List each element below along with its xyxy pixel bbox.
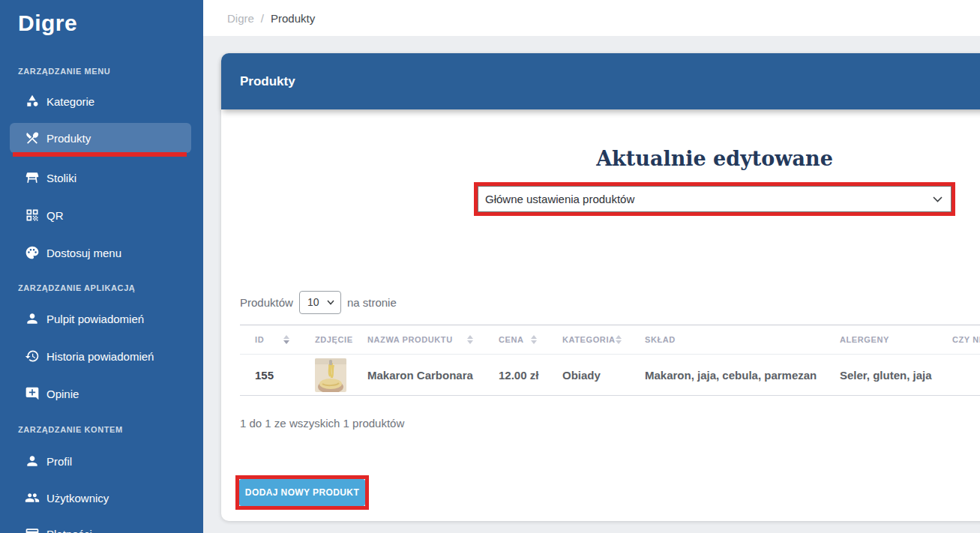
breadcrumb-root[interactable]: Digre (227, 12, 254, 25)
sidebar-item-qr[interactable]: QR (10, 200, 191, 230)
breadcrumb: Digre / Produkty (203, 0, 980, 36)
sidebar-item-label: Kategorie (46, 95, 94, 108)
sidebar-item-label: Użytkownicy (46, 492, 109, 505)
column-label: CZY NIE (952, 335, 980, 344)
sidebar-item-uzytkownicy[interactable]: Użytkownicy (10, 483, 191, 513)
column-label: ID (255, 335, 264, 344)
sort-arrows-icon[interactable] (616, 335, 622, 344)
product-photo (315, 358, 346, 392)
column-label: ZDJĘCIE (315, 335, 353, 344)
sidebar: Digre ZARZĄDZANIE MENU Kategorie Produkt… (0, 0, 203, 533)
cell-allergens: Seler, gluten, jaja (825, 369, 937, 382)
products-table: ID ZDJĘCIE NAZWA PRODUKTU CENA KATEGORIA (240, 325, 980, 396)
sidebar-item-label: QR (46, 209, 64, 222)
chevron-down-icon (933, 196, 943, 202)
per-page-select[interactable]: 10 (299, 291, 341, 314)
add-product-button[interactable]: DODAJ NOWY PRODUKT (239, 479, 365, 506)
column-header-nazwa[interactable]: NAZWA PRODUKTU (352, 335, 484, 344)
card-body: Aktualnie edytowane Główne ustawienia pr… (221, 109, 980, 521)
table-header-row: ID ZDJĘCIE NAZWA PRODUKTU CENA KATEGORIA (240, 325, 980, 355)
section-label-aplikacja: ZARZĄDZANIE APLIKACJĄ (18, 283, 135, 292)
breadcrumb-separator: / (261, 12, 264, 25)
sidebar-item-label: Pulpit powiadomień (46, 313, 144, 325)
column-label: NAZWA PRODUKTU (367, 335, 453, 344)
people-icon (25, 490, 40, 505)
column-header-zdjecie: ZDJĘCIE (300, 335, 352, 344)
column-label: ALERGENY (840, 335, 889, 344)
cell-price: 12.00 zł (484, 369, 547, 382)
column-header-sklad: SKŁAD (630, 335, 825, 344)
column-label: SKŁAD (645, 335, 676, 344)
sidebar-item-opinie[interactable]: Opinie (10, 379, 191, 409)
per-page-control: Produktów 10 na stronie (240, 291, 397, 313)
cell-ingredients: Makaron, jaja, cebula, parmezan (630, 369, 825, 382)
restaurant-icon (25, 130, 40, 145)
category-icon (25, 94, 40, 109)
annotation-highlight-button: DODAJ NOWY PRODUKT (235, 475, 369, 510)
edited-settings-select[interactable]: Główne ustawienia produktów (478, 186, 952, 212)
per-page-value: 10 (307, 296, 319, 308)
sidebar-item-platnosci[interactable]: Płatności (10, 519, 191, 533)
breadcrumb-current: Produkty (271, 12, 315, 25)
currently-edited-heading: Aktualnie edytowane (474, 147, 955, 170)
sidebar-item-label: Opinie (46, 388, 79, 400)
sidebar-item-produkty[interactable]: Produkty (10, 123, 191, 153)
cell-category: Obiady (547, 369, 630, 382)
sidebar-item-label: Dostosuj menu (46, 247, 121, 259)
column-label: KATEGORIA (562, 335, 616, 344)
sidebar-item-historia-powiadomien[interactable]: Historia powiadomień (10, 341, 191, 371)
annotation-highlight-select: Główne ustawienia produktów (474, 182, 955, 216)
section-label-menu: ZARZĄDZANIE MENU (18, 67, 110, 76)
edited-settings-select-value: Główne ustawienia produktów (485, 193, 634, 205)
qr-code-icon (25, 208, 40, 223)
sidebar-item-profil[interactable]: Profil (10, 446, 191, 476)
sidebar-item-label: Produkty (46, 132, 91, 145)
table-row[interactable]: 155 Makaron Carbonara 12.00 zł Obiady (240, 355, 980, 396)
column-header-cena[interactable]: CENA (484, 335, 547, 344)
chevron-down-icon (327, 300, 334, 305)
column-label: CENA (499, 335, 524, 344)
cell-photo (300, 358, 352, 392)
sidebar-item-label: Stoliki (46, 172, 76, 184)
credit-card-icon (25, 526, 40, 533)
sidebar-item-stoliki[interactable]: Stoliki (10, 163, 191, 193)
section-label-konto: ZARZĄDZANIE KONTEM (18, 425, 123, 434)
feedback-icon (25, 386, 40, 401)
sidebar-item-label: Płatności (46, 528, 92, 533)
per-page-suffix: na stronie (347, 296, 397, 309)
sort-arrows-icon[interactable] (467, 335, 473, 344)
app-logo: Digre (18, 10, 77, 36)
cell-id: 155 (240, 369, 300, 382)
results-summary: 1 do 1 ze wszyskich 1 produktów (240, 417, 404, 430)
person-icon (25, 454, 40, 469)
cell-name: Makaron Carbonara (352, 369, 484, 382)
column-header-alergeny: ALERGENY (825, 335, 937, 344)
palette-icon (25, 245, 40, 260)
annotation-underline-produkty (13, 152, 187, 157)
sidebar-item-label: Profil (46, 455, 72, 468)
column-header-kategoria[interactable]: KATEGORIA (547, 335, 630, 344)
sidebar-item-label: Historia powiadomień (46, 350, 154, 363)
sidebar-item-pulpit-powiadomien[interactable]: Pulpit powiadomień (10, 304, 191, 334)
sidebar-item-dostosuj-menu[interactable]: Dostosuj menu (10, 238, 191, 268)
products-card: Produkty Aktualnie edytowane Główne usta… (221, 53, 980, 521)
column-header-id[interactable]: ID (240, 335, 300, 344)
card-title: Produkty (221, 53, 980, 109)
history-icon (25, 349, 40, 364)
table-icon (25, 170, 40, 185)
per-page-prefix: Produktów (240, 296, 293, 309)
person-icon (25, 311, 40, 326)
sort-arrows-icon[interactable] (283, 335, 289, 344)
column-header-czy-nie: CZY NIE (937, 335, 980, 344)
sidebar-item-kategorie[interactable]: Kategorie (10, 86, 191, 116)
sort-arrows-icon[interactable] (531, 335, 537, 344)
